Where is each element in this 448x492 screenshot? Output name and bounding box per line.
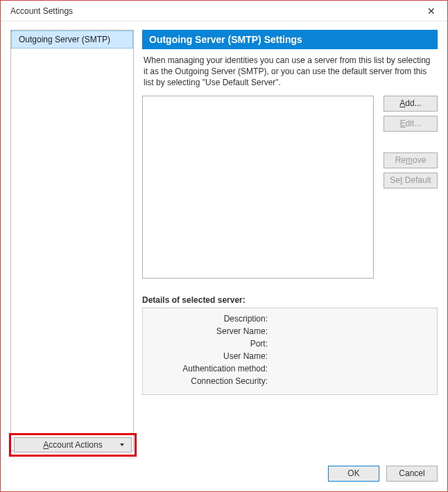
detail-label: Authentication method:	[148, 362, 270, 375]
accounts-sidebar: Outgoing Server (SMTP)	[10, 30, 134, 451]
detail-value	[270, 337, 431, 350]
detail-server-name: Server Name:	[148, 325, 431, 337]
window-title: Account Settings	[10, 6, 73, 16]
ok-button[interactable]: OK	[328, 466, 379, 482]
close-icon[interactable]: ✕	[421, 4, 442, 18]
detail-connection-security: Connection Security:	[148, 375, 431, 387]
cancel-button[interactable]: Cancel	[386, 466, 438, 482]
detail-label: Port:	[148, 337, 270, 350]
detail-value	[270, 350, 431, 362]
dialog-footer: OK Cancel	[328, 466, 438, 482]
detail-value	[270, 362, 431, 375]
detail-label: Description:	[148, 313, 270, 325]
panel-intro-text: When managing your identities you can us…	[142, 49, 438, 96]
detail-port: Port:	[148, 337, 431, 350]
details-heading: Details of selected server:	[142, 295, 438, 308]
panel-header: Outgoing Server (SMTP) Settings	[142, 30, 438, 49]
account-settings-window: Account Settings ✕ Outgoing Server (SMTP…	[0, 0, 448, 492]
detail-label: Server Name:	[148, 325, 270, 337]
button-gap	[384, 136, 438, 148]
detail-user-name: User Name:	[148, 350, 431, 362]
detail-label: Connection Security:	[148, 375, 270, 387]
details-box: Description: Server Name: Port: User Nam…	[142, 308, 438, 395]
detail-auth-method: Authentication method:	[148, 362, 431, 375]
titlebar: Account Settings ✕	[1, 1, 447, 21]
server-buttons: Add... Edit... Remove Set Default	[384, 96, 438, 279]
account-actions-button[interactable]: Account Actions	[14, 437, 132, 453]
detail-description: Description:	[148, 313, 431, 325]
server-area: Add... Edit... Remove Set Default	[142, 96, 438, 279]
remove-button[interactable]: Remove	[384, 152, 438, 168]
account-actions-label: Account Actions	[43, 440, 102, 450]
edit-button[interactable]: Edit...	[384, 116, 438, 132]
detail-label: User Name:	[148, 350, 270, 362]
add-button[interactable]: Add...	[384, 96, 438, 112]
account-actions-highlight: Account Actions	[9, 433, 137, 457]
detail-value	[270, 313, 431, 325]
chevron-down-icon	[120, 443, 124, 446]
detail-value	[270, 375, 431, 387]
smtp-server-list[interactable]	[142, 96, 374, 279]
sidebar-item-outgoing-smtp[interactable]: Outgoing Server (SMTP)	[11, 30, 133, 49]
main-panel: Outgoing Server (SMTP) Settings When man…	[142, 30, 438, 451]
detail-value	[270, 325, 431, 337]
dialog-body: Outgoing Server (SMTP) Account Actions O…	[10, 30, 438, 482]
sidebar-item-label: Outgoing Server (SMTP)	[19, 35, 110, 44]
set-default-button[interactable]: Set Default	[384, 173, 438, 188]
